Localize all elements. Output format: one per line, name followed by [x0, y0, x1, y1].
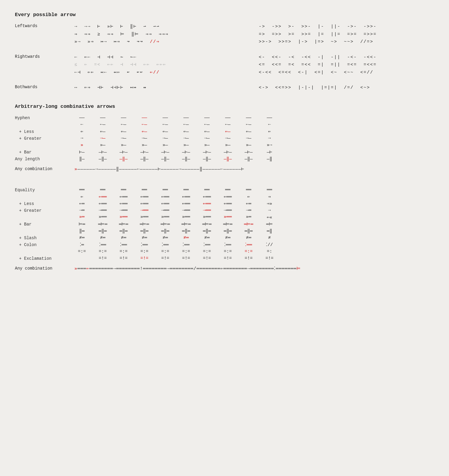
eq-bar-symbols1: ⊨═ ═⊨═ ═⊨═ ═⊨═ ═⊨═ ═⊨═ ═⊨═ ═⊨═ ═⊨═ ═⊨	[74, 221, 434, 227]
eq-colon-label: + Colon	[15, 242, 74, 247]
any-combination-row2: Any combination »═══⇐════════→════════!═…	[15, 266, 434, 271]
eq-less-symbols: ⇐═ ⇐══ ⇐══ ⇐══ ⇐══ ⇐══ ⇐══ ⇐══ ⇐═ ⇒»	[74, 201, 434, 206]
eq-bar-label: + Bar	[15, 222, 74, 227]
section1-title: Every possible arrow	[15, 12, 434, 18]
eq-arrow-row: ⇐ ⇐══ ⇐══ ⇐══ ⇐══ ⇐══ ⇐══ ⇐══ ⇐ ⇒	[15, 194, 434, 200]
hyphen-arrow-row: ← ←— ←— ←— ←— ←— ←— ←— ←— ←	[15, 122, 434, 128]
plus-bar-label: + Bar	[15, 150, 74, 155]
equality-symbols: ══ ══ ══ ══ ══ ══ ══ ══ ══ ══	[74, 187, 434, 192]
rightwards-symbols: ← ⇐← ⊣ ⊣⊣ ↼ ↼← ≤ ⇐ =< ⇐⇐ ⊣ ⊣⊣ ⇐⇐ ⇐⇐⇐ ←⊣ …	[74, 54, 250, 77]
eq-greater-label: + Greater	[15, 208, 74, 213]
rightwards-label: Rightwards	[15, 54, 74, 59]
plus-greater-row1: + Greater → →— →— →— →— →— →— →— →— →	[15, 135, 434, 142]
plus-bar-symbols1: ⊢— —⊢— —⊢— —⊢— —⊢— —⊢— —⊢— —⊢— —⊢— —⊢	[74, 149, 434, 155]
eq-excl-symbols: =!= =!= =!= =!= =!= =!= =!= =!= =!=	[74, 256, 434, 261]
any-combination-content1: »——————→——————‖——————←——————⊢——————→————…	[74, 166, 244, 172]
rightwards-row: Rightwards ← ⇐← ⊣ ⊣⊣ ↼ ↼← ≤ ⇐ =< ⇐⇐ ⊣ ⊣⊣…	[15, 54, 434, 77]
plus-greater-label: + Greater	[15, 136, 74, 141]
any-combination-label1: Any combination	[15, 167, 74, 171]
eq-arrow-symbols: ⇐ ⇐══ ⇐══ ⇐══ ⇐══ ⇐══ ⇐══ ⇐══ ⇐ ⇒	[74, 194, 434, 200]
plus-bar-row1: + Bar ⊢— —⊢— —⊢— —⊢— —⊢— —⊢— —⊢— —⊢— —⊢—…	[15, 149, 434, 155]
equality-group: Equality ══ ══ ══ ══ ══ ══ ══ ══ ══ ══	[15, 187, 434, 271]
any-length-label: Any length	[15, 157, 74, 161]
eq-slash-symbols: ≠═ ≠═ ≠═ ≠═ ≠═ ≠═ ≠═ ≠═ ≠═ ≠	[74, 235, 434, 240]
eq-less-label: + Less	[15, 201, 74, 206]
any-combination-label2: Any combination	[15, 266, 74, 271]
plus-less-symbols: ⇐ ⇐— ⇐— ⇐— ⇐— ⇐— ⇐— ⇐— ⇐— ⇐	[74, 129, 434, 134]
plus-less-label: + Less	[15, 129, 74, 134]
eq-slash-row: + Slash ≠═ ≠═ ≠═ ≠═ ≠═ ≠═ ≠═ ≠═ ≠═ ≠	[15, 235, 434, 241]
eq-excl-label: + Exclamation	[15, 256, 74, 261]
eq-colon-symbols2: =:= =:= =:= =:= =:= =:= =:= =:= =:= =:	[74, 249, 434, 254]
hyphen-symbols: —— —— —— —— —— —— —— —— —— ——	[74, 115, 434, 120]
arbitrary-arrow-section: Arbitrary-long combinative arrows Hyphen…	[15, 104, 434, 271]
bothwards-label: Bothwards	[15, 84, 74, 89]
eq-greater-symbols2: »═ »══ »══ »══ »══ »══ »══ »══ »═ ⇐«	[74, 214, 434, 220]
hyphen-label: Hyphen	[15, 116, 74, 120]
hyphen-arrow-symbols: ← ←— ←— ←— ←— ←— ←— ←— ←— ←	[74, 122, 434, 127]
page-container: Every possible arrow Leftwards → →→ ⊢ »⊢…	[15, 12, 434, 271]
eq-bar-row2: ‖═ ═‖═ ═‖═ ═‖═ ═‖═ ═‖═ ═‖═ ═‖═ ═‖═ ═‖	[15, 228, 434, 234]
eq-greater-row2: »═ »══ »══ »══ »══ »══ »══ »══ »═ ⇐«	[15, 214, 434, 221]
plus-less-row: + Less ⇐ ⇐— ⇐— ⇐— ⇐— ⇐— ⇐— ⇐— ⇐— ⇐	[15, 128, 434, 135]
leftwards-row: Leftwards → →→ ⊢ »⊢ ⊢ ‖⊢ ⇀ ⇀⇀ ⇒ ⇒⇒ ≥ ⇒⇒ …	[15, 23, 434, 46]
hyphen-row: Hyphen —— —— —— —— —— —— —— —— —— ——	[15, 115, 434, 121]
eq-greater-symbols1: →═ →══ →══ →══ →══ →══ →══ →══ →═ →	[74, 208, 434, 213]
bothwards-symbols: ↔ ⇐⇒ ⊣⊢ ⊣⊣⊢⊢ ↤↦ ↭	[74, 84, 250, 92]
equality-label: Equality	[15, 188, 74, 192]
section2-title: Arbitrary-long combinative arrows	[15, 104, 434, 109]
bothwards-ascii: <-> <<=>> |-|-| |=|=| /=/ <~>	[259, 84, 434, 92]
eq-colon-symbols: ⁚═ ⁚══ ⁚══ ⁚══ ⁚══ ⁚══ ⁚══ ⁚══ ⁚══ ⁚//	[74, 242, 434, 248]
eq-greater-row1: + Greater →═ →══ →══ →══ →══ →══ →══ →══…	[15, 207, 434, 214]
every-arrow-section: Every possible arrow Leftwards → →→ ⊢ »⊢…	[15, 12, 434, 92]
eq-slash-label: + Slash	[15, 236, 74, 240]
eq-bar-row1: + Bar ⊨═ ═⊨═ ═⊨═ ═⊨═ ═⊨═ ═⊨═ ═⊨═ ═⊨═ ═⊨═…	[15, 221, 434, 228]
hyphen-group: Hyphen —— —— —— —— —— —— —— —— —— —— ←	[15, 115, 434, 172]
plus-greater-row2: » »— »— »— »— »— »— »— »— »→	[15, 142, 434, 149]
leftwards-ascii: -> ->> >- >>- |- ||- ->- ->>- => =>> >= …	[259, 23, 434, 46]
plus-greater-symbols1: → →— →— →— →— →— →— →— →— →	[74, 136, 434, 141]
eq-less-row: + Less ⇐═ ⇐══ ⇐══ ⇐══ ⇐══ ⇐══ ⇐══ ⇐══ ⇐═…	[15, 200, 434, 207]
leftwards-symbols: → →→ ⊢ »⊢ ⊢ ‖⊢ ⇀ ⇀⇀ ⇒ ⇒⇒ ≥ ⇒⇒ ⊨ ‖⊨ ⇒⇒ ⇒⇒…	[74, 23, 250, 46]
plus-greater-symbols2: » »— »— »— »— »— »— »— »— »→	[74, 143, 434, 148]
equality-row: Equality ══ ══ ══ ══ ══ ══ ══ ══ ══ ══	[15, 187, 434, 193]
leftwards-label: Leftwards	[15, 23, 74, 28]
bothwards-row: Bothwards ↔ ⇐⇒ ⊣⊢ ⊣⊣⊢⊢ ↤↦ ↭ <-> <<=>> |-…	[15, 84, 434, 92]
any-combination-row1: Any combination »——————→——————‖——————←——…	[15, 166, 434, 172]
any-length-row: Any length ‖— —‖— —‖— —‖— —‖— —‖— —‖— —‖…	[15, 156, 434, 162]
rightwards-ascii: <- <<- -< -<< -| -|| -<- -<<- <= <<= =< …	[259, 54, 434, 77]
any-length-symbols: ‖— —‖— —‖— —‖— —‖— —‖— —‖— —‖— —‖— —‖	[74, 156, 434, 162]
any-combination-content2: »═══⇐════════→════════!════════→════════…	[74, 266, 301, 271]
eq-colon-row2: =:= =:= =:= =:= =:= =:= =:= =:= =:= =:	[15, 248, 434, 255]
eq-excl-row: + Exclamation =!= =!= =!= =!= =!= =!= =!…	[15, 255, 434, 262]
eq-colon-row: + Colon ⁚═ ⁚══ ⁚══ ⁚══ ⁚══ ⁚══ ⁚══ ⁚══ ⁚…	[15, 242, 434, 248]
eq-bar-symbols2: ‖═ ═‖═ ═‖═ ═‖═ ═‖═ ═‖═ ═‖═ ═‖═ ═‖═ ═‖	[74, 228, 434, 234]
